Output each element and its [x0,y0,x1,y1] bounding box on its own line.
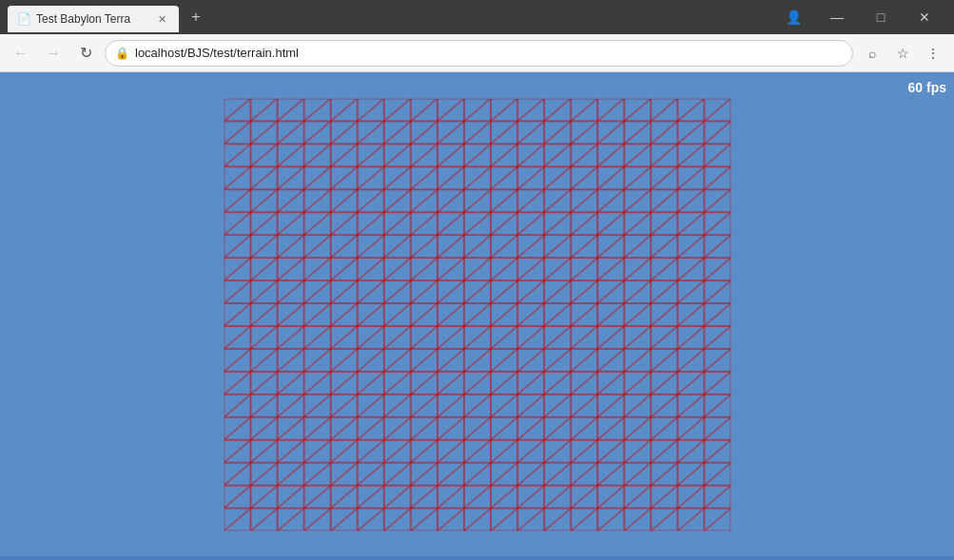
viewport: 60 fps [0,72,954,556]
zoom-button[interactable]: ⌕ [859,40,886,67]
refresh-button[interactable]: ↻ [72,40,99,67]
title-bar: 📄 Test Babylon Terra ✕ + 👤 — □ ✕ [0,0,954,34]
secure-icon: 🔒 [115,47,129,60]
toolbar-actions: ⌕ ☆ ⋮ [859,40,946,67]
active-tab[interactable]: 📄 Test Babylon Terra ✕ [8,6,179,32]
address-input[interactable] [135,46,843,60]
fps-counter: 60 fps [908,80,946,95]
person-button[interactable]: 👤 [771,0,815,34]
minimize-button[interactable]: — [815,0,859,34]
close-button[interactable]: ✕ [903,0,946,34]
tab-favicon: 📄 [17,12,30,26]
forward-button[interactable]: → [40,40,67,67]
tab-close-button[interactable]: ✕ [154,11,169,27]
address-bar[interactable]: 🔒 [105,40,853,67]
menu-button[interactable]: ⋮ [920,40,946,67]
bookmark-button[interactable]: ☆ [889,40,916,67]
window-controls: 👤 — □ ✕ [771,0,946,34]
maximize-button[interactable]: □ [859,0,903,34]
browser-chrome: 📄 Test Babylon Terra ✕ + 👤 — □ ✕ ← → ↻ 🔒… [0,0,954,556]
terrain-canvas [224,98,730,531]
new-tab-button[interactable]: + [183,4,209,30]
toolbar: ← → ↻ 🔒 ⌕ ☆ ⋮ [0,34,954,72]
back-button[interactable]: ← [8,40,34,67]
tab-title: Test Babylon Terra [36,12,148,26]
